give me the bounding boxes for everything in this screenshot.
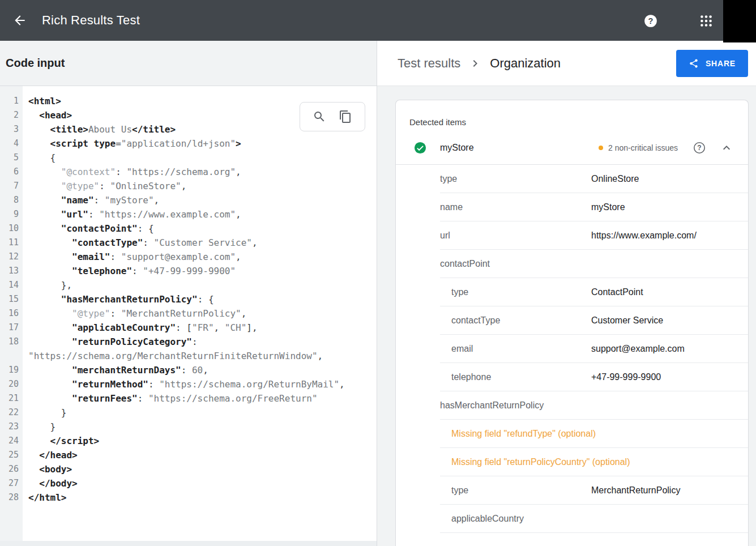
property-group-label: contactPoint — [440, 259, 490, 269]
svg-text:?: ? — [648, 16, 654, 25]
line-number: 13 — [0, 264, 23, 278]
issues-help-button[interactable]: ? — [693, 141, 706, 155]
code-line-text: "merchantReturnDays": 60, — [23, 363, 208, 377]
share-button[interactable]: SHARE — [676, 50, 748, 77]
code-line-text: "hasMerchantReturnPolicy": { — [23, 292, 214, 306]
search-button[interactable] — [312, 109, 327, 124]
line-number: 14 — [0, 278, 23, 292]
back-arrow-icon — [12, 13, 27, 28]
property-label: email — [451, 344, 473, 354]
code-line: 11 "contactType": "Customer Service", — [0, 236, 377, 250]
code-line: 17 "applicableCountry": ["FR", "CH"], — [0, 321, 377, 335]
code-line-text: <script type="application/ld+json"> — [23, 136, 241, 151]
code-line-text: }, — [23, 278, 72, 292]
breadcrumb-organization: Organization — [490, 56, 561, 71]
warning-dot-icon — [599, 146, 603, 150]
detected-items-card: Detected items myStore — [395, 100, 749, 546]
property-row: emailsupport@example.com — [396, 335, 748, 363]
property-value: support@example.com — [591, 344, 685, 354]
property-value: https://www.example.com/ — [591, 231, 697, 241]
property-value: myStore — [591, 202, 625, 212]
property-label: url — [440, 231, 450, 241]
test-results-panel: Test results Organization SHARE Dete — [377, 41, 756, 546]
code-line: 26 <body> — [0, 462, 377, 476]
line-number: 23 — [0, 420, 23, 434]
code-line-text: "@type": "MerchantReturnPolicy", — [23, 306, 246, 321]
line-number: 17 — [0, 321, 23, 335]
property-row: typeContactPoint — [396, 278, 748, 306]
code-lines: 1<html>2 <head>3 <title>About Us</title>… — [0, 94, 377, 505]
code-line: 13 "telephone": "+47-99-999-9900" — [0, 264, 377, 278]
code-line-text: "contactPoint": { — [23, 221, 154, 236]
line-number: 9 — [0, 207, 23, 221]
code-line-text: </script> — [23, 434, 99, 448]
app-header: Rich Results Test ? — [0, 0, 756, 41]
code-editor[interactable]: 1<html>2 <head>3 <title>About Us</title>… — [0, 86, 377, 546]
code-line: 4 <script type="application/ld+json"> — [0, 136, 377, 151]
copy-icon — [339, 110, 352, 123]
breadcrumb: Test results Organization — [398, 56, 561, 71]
line-number: 5 — [0, 151, 23, 165]
code-line-text: </head> — [23, 448, 78, 462]
property-value: +47-99-999-9900 — [591, 372, 661, 382]
back-button[interactable] — [12, 13, 27, 28]
code-line: 8 "name": "myStore", — [0, 193, 377, 207]
line-number: 25 — [0, 448, 23, 462]
apps-grid-icon — [699, 14, 714, 28]
entity-row[interactable]: myStore 2 non-critical issues ? — [396, 131, 748, 164]
chevron-up-icon — [720, 141, 733, 155]
code-input-panel: Code input 1<html>2 <head>3 <title>About… — [0, 41, 377, 546]
code-line: 18 "returnPolicyCategory": — [0, 335, 377, 349]
line-number — [0, 349, 23, 363]
code-line-text: { — [23, 151, 55, 165]
property-label: type — [451, 485, 468, 496]
code-line: 19 "merchantReturnDays": 60, — [0, 363, 377, 377]
code-line-text: <title>About Us</title> — [23, 122, 176, 136]
line-number: 16 — [0, 306, 23, 321]
code-line-text: "name": "myStore", — [23, 193, 159, 207]
apps-menu-button[interactable] — [699, 14, 714, 28]
line-number: 12 — [0, 250, 23, 264]
collapse-button[interactable] — [720, 141, 733, 155]
entity-name: myStore — [440, 143, 474, 153]
code-line-text: "https://schema.org/MerchantReturnFinite… — [23, 349, 323, 363]
code-line: 28</html> — [0, 490, 377, 505]
code-line: 9 "url": "https://www.example.com", — [0, 207, 377, 221]
line-number: 1 — [0, 94, 23, 108]
share-icon — [689, 58, 699, 69]
property-group-row: contactPoint — [396, 250, 748, 278]
property-row: typeOnlineStore — [396, 165, 748, 193]
code-line-text: "url": "https://www.example.com", — [23, 207, 241, 221]
results-body: Detected items myStore — [377, 86, 756, 546]
code-line-text: } — [23, 406, 66, 420]
copy-code-button[interactable] — [338, 109, 353, 124]
code-line-text: <body> — [23, 462, 72, 476]
code-line-text: <head> — [23, 108, 72, 122]
help-circle-icon: ? — [693, 141, 706, 155]
code-line-text: </body> — [23, 476, 78, 490]
code-line: 14 }, — [0, 278, 377, 292]
line-number: 15 — [0, 292, 23, 306]
line-number: 7 — [0, 179, 23, 193]
line-number: 3 — [0, 122, 23, 136]
property-label: type — [451, 287, 468, 297]
code-line-text: <html> — [23, 94, 61, 108]
warning-row: Missing field "refundType" (optional) — [396, 420, 748, 448]
code-line: 27 </body> — [0, 476, 377, 490]
rich-results-test-app: Rich Results Test ? Code i — [0, 0, 756, 546]
help-button[interactable]: ? — [643, 14, 658, 28]
line-number: 26 — [0, 462, 23, 476]
code-line: 22 } — [0, 406, 377, 420]
entity-status: 2 non-critical issues ? — [599, 141, 733, 155]
code-line: 23 } — [0, 420, 377, 434]
line-number: 8 — [0, 193, 23, 207]
property-group-label: hasMerchantReturnPolicy — [440, 400, 544, 411]
horizontal-scrollbar[interactable] — [0, 541, 377, 546]
chevron-right-icon — [468, 57, 482, 70]
property-row: typeMerchantReturnPolicy — [396, 476, 748, 505]
breadcrumb-test-results[interactable]: Test results — [398, 56, 460, 71]
code-line: 20 "returnMethod": "https://schema.org/R… — [0, 377, 377, 391]
property-row: namemyStore — [396, 193, 748, 221]
property-group-label: applicableCountry — [451, 514, 524, 524]
property-table: typeOnlineStorenamemyStoreurlhttps://www… — [396, 165, 748, 533]
